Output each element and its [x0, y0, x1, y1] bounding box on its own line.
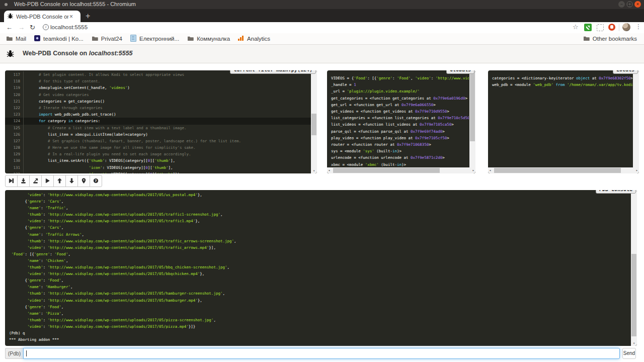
- console-output-line: {'genre': 'Food',: [9, 304, 630, 310]
- folder-icon: [187, 36, 194, 42]
- other-bookmarks-label: Other bookmarks: [593, 36, 637, 42]
- scrollbar-thumb[interactable]: [333, 168, 440, 173]
- globals-entry: play_video = <function play_video at 0x7…: [331, 135, 469, 141]
- console-output-line: *** Aborting addon ***: [9, 336, 630, 343]
- scroll-right-arrow-icon[interactable]: ▸: [636, 167, 638, 173]
- globals-entry: get_categories = <function get_categorie…: [331, 95, 469, 102]
- where-button[interactable]: [77, 175, 90, 187]
- console-output-line: 'name': 'Chicken',: [9, 257, 630, 264]
- console-output-line: 'Food': [{'genre': 'Food',: [9, 251, 630, 257]
- window-minimize-button[interactable]: −: [618, 1, 625, 8]
- bookmark-star-icon[interactable]: ☆: [573, 23, 579, 32]
- console-output-line: 'thumb': 'http://www.vidsplay.com/wp-con…: [9, 238, 630, 244]
- console-vertical-scrollbar[interactable]: ▾: [631, 190, 637, 346]
- locals-horizontal-scrollbar[interactable]: ◂▸: [488, 167, 639, 173]
- scroll-left-arrow-icon[interactable]: ◂: [328, 167, 330, 173]
- scroll-left-arrow-icon[interactable]: ◂: [489, 167, 491, 173]
- page-title: Web-PDB Console on localhost:5555: [23, 50, 133, 57]
- bookmark-label: Privat24: [101, 36, 122, 42]
- down-button[interactable]: [65, 175, 78, 187]
- bookmark-item[interactable]: Analytics: [238, 35, 270, 42]
- bookmark-label: Mail: [16, 36, 26, 42]
- other-bookmarks-button[interactable]: Other bookmarks: [583, 33, 637, 44]
- code-line: 123 import web_pdb;web_pdb.set_trace(): [5, 111, 311, 118]
- maximize-icon: [628, 3, 631, 6]
- code-line: 131 'icon': VIDEOS[category][0]['thumb']…: [5, 164, 311, 171]
- step-out-icon: [33, 176, 38, 186]
- code-vertical-scrollbar[interactable]: ▾: [311, 70, 317, 173]
- locals-vertical-scrollbar[interactable]: [633, 70, 639, 167]
- window-dot-icon: [5, 3, 8, 6]
- console-output-line: {'genre': 'Food',: [9, 277, 630, 284]
- code-line: 119 xbmcplugin.setContent(_handle, 'vide…: [5, 84, 311, 91]
- return-button[interactable]: [29, 175, 42, 187]
- scrollbar-thumb[interactable]: [494, 168, 621, 173]
- locals-entry: categories = <dictionary-keyiterator obj…: [492, 75, 632, 81]
- code-line: 130 list_item.setArt({'thumb': VIDEOS[ca…: [5, 157, 311, 164]
- bookmark-label: teamkodi | Ko...: [43, 36, 84, 42]
- pdb-console-panel: PDB Console 'video': 'http://www.vidspla…: [5, 190, 637, 346]
- chart-icon: [238, 35, 244, 42]
- reload-icon[interactable]: ↻: [30, 23, 35, 32]
- browser-tab[interactable]: Web-PDB Console on loca ×: [4, 11, 80, 22]
- bookmark-item[interactable]: Privat24: [92, 36, 122, 42]
- globals-entry: router = <function router at 0x7f9e71068…: [331, 141, 469, 148]
- extension-placeholder-icon[interactable]: [597, 24, 604, 31]
- console-output-line: 'video': 'http://www.vidsplay.com/wp-con…: [9, 192, 630, 198]
- extension-red-icon[interactable]: [608, 24, 615, 31]
- window-title: Web-PDB Console on localhost:5555 - Chro…: [14, 1, 136, 7]
- locals-badge: Locals: [613, 70, 638, 74]
- browser-toolbar: ← → ↻ i localhost:5555 ☆ ⋮: [0, 22, 644, 33]
- window-close-button[interactable]: ×: [634, 1, 641, 8]
- folder-icon: [92, 36, 98, 42]
- help-button[interactable]: ?: [90, 175, 102, 187]
- console-output-line: 'video': 'http://www.vidsplay.com/wp-con…: [9, 297, 630, 304]
- code-line: 125 # Create a list item with a text lab…: [5, 125, 311, 131]
- tab-close-icon[interactable]: ×: [69, 14, 73, 20]
- line-number: 130: [5, 157, 24, 164]
- globals-horizontal-scrollbar[interactable]: ◂▸: [327, 167, 475, 173]
- command-input[interactable]: [23, 348, 620, 359]
- step-forward-icon: [9, 176, 14, 186]
- back-icon[interactable]: ←: [6, 23, 13, 32]
- address-bar[interactable]: localhost:5555: [50, 24, 88, 30]
- continue-button[interactable]: [41, 175, 54, 187]
- up-button[interactable]: [53, 175, 66, 187]
- new-tab-button[interactable]: +: [86, 11, 90, 22]
- chromium-window: Web-PDB Console on localhost:5555 - Chro…: [0, 0, 644, 362]
- code-line: 120 # Get video categories: [5, 92, 311, 98]
- globals-vertical-scrollbar[interactable]: [469, 70, 475, 167]
- bookmark-item[interactable]: Mail: [6, 36, 26, 42]
- scrollbar-thumb[interactable]: [311, 114, 316, 135]
- send-button[interactable]: Send: [622, 348, 636, 359]
- step-button[interactable]: [17, 175, 30, 187]
- scrollbar-thumb[interactable]: [470, 71, 475, 141]
- profile-avatar[interactable]: [622, 23, 630, 31]
- scrollbar-thumb[interactable]: [631, 254, 636, 336]
- code-line: 126 list_item = xbmcgui.ListItem(label=c…: [5, 131, 311, 138]
- scroll-down-arrow-icon[interactable]: ▾: [631, 341, 637, 346]
- locals-panel: Locals categories = <dictionary-keyitera…: [488, 70, 639, 173]
- locals-entry: web_pdb = <module 'web_pdb' from '/home/…: [492, 81, 632, 88]
- console-output-line: 'video': 'http://www.vidsplay.com/wp-con…: [9, 323, 630, 330]
- extension-green-icon[interactable]: [584, 24, 592, 31]
- scroll-right-arrow-icon[interactable]: ▸: [472, 167, 474, 173]
- bookmark-item[interactable]: Коммуналка: [187, 36, 230, 42]
- browser-menu-icon[interactable]: ⋮: [635, 23, 641, 30]
- svg-text:?: ?: [95, 179, 97, 183]
- console-output-line: 'thumb': 'http://www.vidsplay.com/wp-con…: [9, 264, 630, 270]
- bookmark-item[interactable]: Електронний...: [130, 35, 179, 43]
- debugger-toolbar: ?: [5, 175, 102, 187]
- next-button[interactable]: [5, 175, 18, 187]
- folder-icon: [6, 36, 13, 42]
- site-info-icon[interactable]: i: [43, 24, 49, 30]
- app-header: Web-PDB Console on localhost:5555: [0, 45, 644, 63]
- window-maximize-button[interactable]: [626, 1, 633, 8]
- line-number: 125: [5, 125, 24, 131]
- globals-entry: get_url = <function get_url at 0x7f9e6a0…: [331, 102, 469, 108]
- scroll-down-arrow-icon[interactable]: ▾: [311, 168, 317, 173]
- tab-strip: Web-PDB Console on loca × +: [0, 9, 644, 22]
- console-output-line: 'name': 'Traffic Arrows',: [9, 231, 630, 238]
- bookmark-item[interactable]: teamkodi | Ko...: [34, 35, 84, 42]
- code-line: 129 # In a real-life plugin you need to …: [5, 151, 311, 157]
